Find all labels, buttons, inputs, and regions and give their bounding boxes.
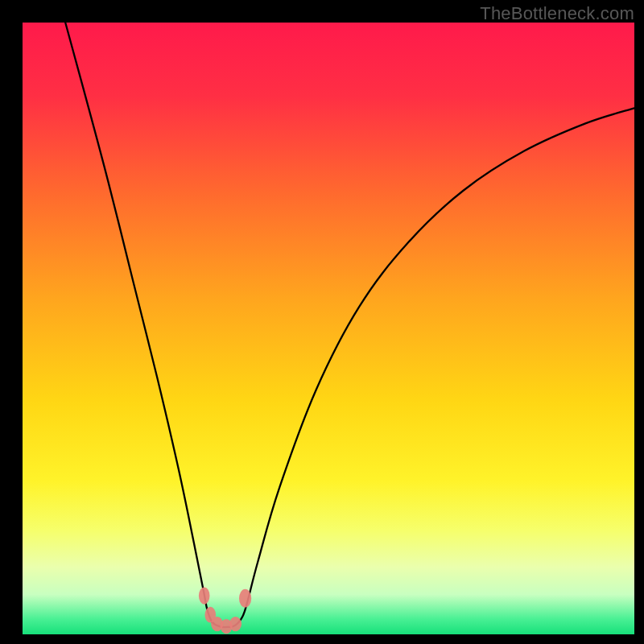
marker-4 [229, 617, 242, 631]
chart-background [23, 23, 634, 634]
marker-5 [239, 589, 251, 608]
bottleneck-chart [0, 0, 644, 644]
watermark-text: TheBottleneck.com [480, 3, 634, 24]
marker-0 [199, 588, 210, 605]
chart-frame: TheBottleneck.com [0, 0, 644, 644]
